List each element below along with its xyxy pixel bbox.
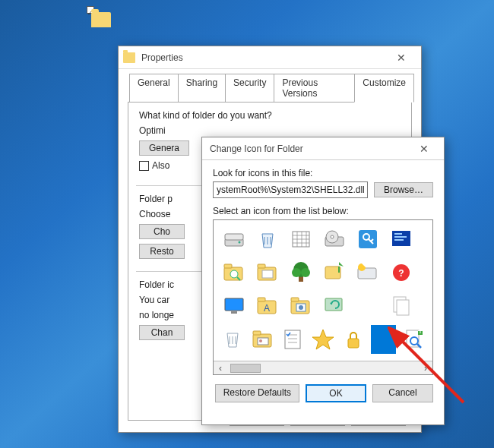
svg-rect-44: [348, 339, 359, 348]
icon-recycle-bin[interactable]: [253, 225, 282, 254]
icon-bsod[interactable]: [387, 225, 416, 254]
close-button[interactable]: ✕: [409, 138, 439, 159]
icon-monitor[interactable]: [220, 292, 249, 320]
choose-file-button[interactable]: Cho: [139, 224, 185, 239]
svg-rect-38: [397, 300, 409, 315]
icon-cd-drive[interactable]: [320, 225, 349, 254]
svg-text:+: +: [418, 327, 423, 336]
svg-rect-12: [394, 239, 404, 241]
svg-rect-30: [258, 298, 265, 301]
change-icon-button-bar: Restore Defaults OK Cancel: [213, 384, 433, 402]
icon-key[interactable]: [353, 225, 382, 254]
tab-previous-versions[interactable]: Previous Versions: [274, 74, 355, 102]
restore-default-button[interactable]: Resto: [139, 244, 185, 259]
svg-rect-18: [262, 270, 273, 278]
svg-rect-1: [225, 234, 243, 240]
svg-point-22: [301, 268, 310, 277]
icon-font-folder[interactable]: A: [253, 292, 282, 320]
properties-titlebar[interactable]: Properties ✕: [119, 46, 421, 69]
select-icon-label: Select an icon from the list below:: [213, 206, 433, 216]
icon-list[interactable]: ? A +: [213, 219, 433, 375]
svg-rect-43: [285, 330, 300, 349]
ok-button[interactable]: OK: [306, 384, 366, 402]
icon-recycle-empty[interactable]: [220, 325, 245, 354]
svg-point-15: [230, 270, 238, 278]
icon-lock[interactable]: [340, 325, 366, 354]
icon-refresh[interactable]: [320, 292, 349, 320]
change-icon-titlebar[interactable]: Change Icon for Folder ✕: [202, 137, 444, 160]
svg-rect-10: [394, 233, 402, 235]
restore-defaults-button[interactable]: Restore Defaults: [215, 384, 299, 402]
svg-rect-33: [291, 298, 299, 301]
kind-question-label: What kind of folder do you want?: [139, 110, 401, 121]
desktop-shortcut-folder[interactable]: [91, 8, 116, 32]
icon-help[interactable]: ?: [387, 258, 416, 287]
svg-text:A: A: [264, 303, 270, 314]
icon-checklist[interactable]: [280, 325, 306, 354]
close-button[interactable]: ✕: [386, 47, 416, 68]
icon-selected-blue[interactable]: [371, 325, 397, 354]
icon-open-folder[interactable]: [253, 258, 282, 287]
icon-documents[interactable]: [387, 292, 416, 320]
svg-point-35: [299, 305, 303, 310]
icon-search-doc[interactable]: +: [401, 325, 426, 354]
look-for-label: Look for icons in this file:: [213, 168, 433, 178]
scroll-track[interactable]: [227, 362, 419, 374]
svg-text:?: ?: [398, 268, 404, 279]
cancel-button[interactable]: Cancel: [372, 384, 433, 402]
dialog-title: Change Icon for Folder: [210, 144, 409, 154]
svg-point-6: [331, 235, 334, 238]
optimize-dropdown[interactable]: Genera: [139, 140, 189, 156]
optimize-label: Optimi: [139, 125, 401, 136]
svg-rect-11: [394, 236, 407, 238]
tab-sharing[interactable]: Sharing: [178, 74, 226, 102]
icon-harddrive[interactable]: [220, 225, 249, 254]
icon-sleep[interactable]: [353, 258, 382, 287]
svg-point-21: [292, 268, 301, 277]
window-title: Properties: [141, 52, 386, 63]
checkbox-icon: [139, 161, 149, 171]
icon-search-folder[interactable]: [220, 258, 249, 287]
icon-blank[interactable]: [353, 292, 382, 320]
change-icon-dialog: Change Icon for Folder ✕ Look for icons …: [201, 137, 445, 425]
scroll-left-icon[interactable]: ‹: [214, 361, 227, 375]
scroll-thumb[interactable]: [230, 364, 261, 373]
svg-point-2: [239, 241, 241, 244]
icon-list-scrollbar[interactable]: ‹ ›: [214, 361, 432, 374]
also-label: Also: [152, 160, 169, 171]
icon-tree[interactable]: [287, 258, 315, 287]
svg-rect-28: [231, 311, 237, 314]
svg-rect-27: [225, 298, 243, 311]
tab-security[interactable]: Security: [225, 74, 274, 102]
tab-customize[interactable]: Customize: [354, 74, 414, 103]
icon-file-input[interactable]: [213, 181, 368, 198]
icon-calendar-grid[interactable]: [287, 225, 315, 254]
also-apply-checkbox-row[interactable]: Also: [139, 160, 169, 171]
icon-idcard-folder[interactable]: [250, 325, 276, 354]
scroll-right-icon[interactable]: ›: [419, 361, 432, 375]
icon-config-folder[interactable]: [287, 292, 315, 320]
change-icon-button[interactable]: Chan: [139, 325, 185, 340]
svg-rect-14: [224, 264, 232, 268]
svg-rect-40: [253, 331, 261, 335]
svg-rect-17: [258, 264, 265, 268]
folder-icon: [123, 52, 135, 63]
icon-run-dialog[interactable]: [320, 258, 349, 287]
tab-general[interactable]: General: [129, 74, 179, 102]
icon-star[interactable]: [310, 325, 336, 354]
folder-icon: [91, 12, 111, 27]
svg-point-42: [259, 339, 262, 342]
tab-strip: General Sharing Security Previous Versio…: [119, 69, 421, 102]
browse-button[interactable]: Browse…: [374, 182, 433, 197]
